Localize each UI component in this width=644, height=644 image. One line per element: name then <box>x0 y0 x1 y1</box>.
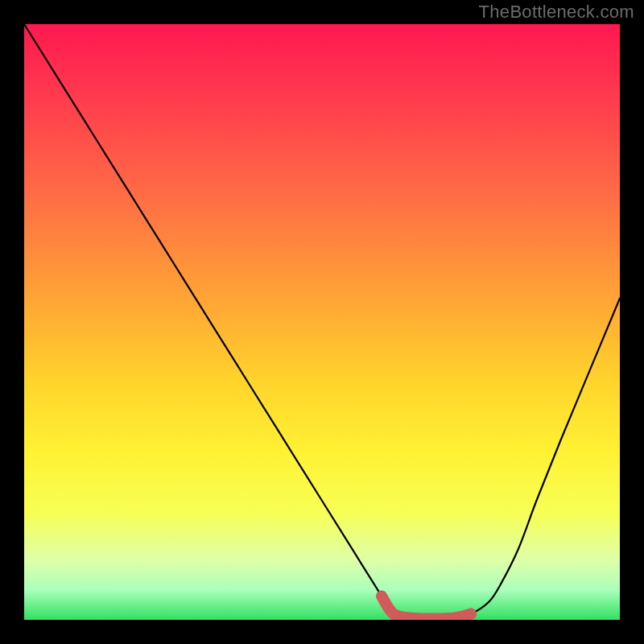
watermark-text: TheBottleneck.com <box>479 2 634 23</box>
bottleneck-curve-path <box>24 24 620 619</box>
highlight-segment <box>382 596 471 618</box>
highlight-end-dot <box>465 609 477 620</box>
plot-area <box>24 24 620 620</box>
chart-frame: TheBottleneck.com <box>0 0 644 644</box>
curve-layer <box>24 24 620 620</box>
